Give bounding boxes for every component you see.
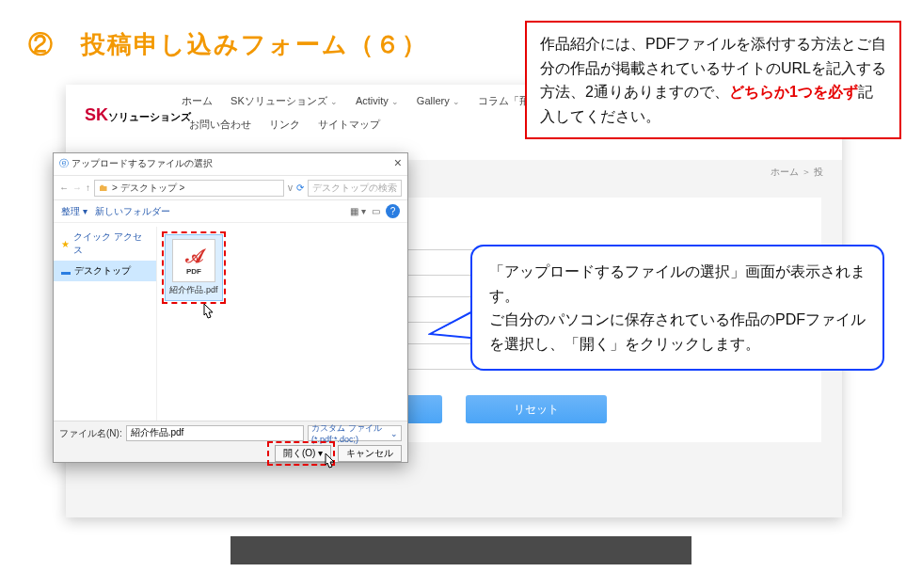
help-icon[interactable]: ? bbox=[386, 204, 400, 218]
preview-icon[interactable]: ▭ bbox=[372, 206, 380, 216]
sidebar-quickaccess[interactable]: ★クイック アクセス bbox=[54, 227, 156, 261]
file-type-select[interactable]: カスタム ファイル (*.pdf;*.doc;)⌄ bbox=[308, 425, 402, 441]
dialog-sidebar: ★クイック アクセス ▬デスクトップ bbox=[54, 227, 157, 421]
folder-icon: 🖿 bbox=[99, 183, 108, 193]
view-icon[interactable]: ▦ ▾ bbox=[350, 206, 366, 216]
pointer-cursor-icon bbox=[318, 452, 341, 478]
refresh-icon[interactable]: ⟳ bbox=[296, 183, 304, 193]
callout-blue: 「アップロードするファイルの選択」画面が表示されます。 ご自分のパソコンに保存さ… bbox=[470, 245, 884, 371]
nav-link[interactable]: リンク bbox=[269, 118, 300, 132]
dialog-footer: ファイル名(N): 紹介作品.pdf カスタム ファイル (*.pdf;*.do… bbox=[54, 421, 407, 462]
nav-gallery[interactable]: Gallery ⌄ bbox=[417, 95, 460, 106]
callout-blue-text: 「アップロードするファイルの選択」画面が表示されます。 ご自分のパソコンに保存さ… bbox=[489, 263, 866, 352]
file-dialog: ⓔ アップロードするファイルの選択 × ← → ↑ 🖿 > デスクトップ > v… bbox=[53, 152, 408, 463]
dialog-addressbar: ← → ↑ 🖿 > デスクトップ > v ⟳ デスクトップの検索 bbox=[54, 176, 407, 200]
desktop-icon: ▬ bbox=[61, 266, 71, 277]
fwd-arrow-icon[interactable]: → bbox=[72, 183, 82, 193]
highlight-border-file bbox=[162, 231, 226, 304]
newfolder-button[interactable]: 新しいフォルダー bbox=[95, 206, 170, 216]
star-icon: ★ bbox=[61, 239, 70, 249]
callout-red: 作品紹介には、PDFファイルを添付する方法とご自分の作品が掲載されているサイトの… bbox=[525, 21, 901, 139]
nav-home[interactable]: ホーム bbox=[182, 94, 213, 108]
dialog-titlebar: ⓔ アップロードするファイルの選択 × bbox=[54, 153, 407, 176]
back-arrow-icon[interactable]: ← bbox=[59, 183, 69, 193]
pointer-cursor-icon bbox=[197, 302, 219, 328]
close-icon[interactable]: × bbox=[394, 155, 402, 170]
nav-activity[interactable]: Activity ⌄ bbox=[356, 95, 399, 106]
breadcrumb: ホーム ＞ 投 bbox=[771, 166, 823, 179]
cancel-button[interactable]: キャンセル bbox=[338, 445, 402, 462]
files-pane[interactable]: 𝒜 PDF 紹介作品.pdf bbox=[157, 227, 407, 421]
nav-sk[interactable]: SKソリューションズ ⌄ bbox=[230, 94, 338, 108]
filename-input[interactable]: 紹介作品.pdf bbox=[126, 425, 304, 441]
up-arrow-icon[interactable]: ↑ bbox=[86, 183, 90, 193]
search-box[interactable]: デスクトップの検索 bbox=[308, 180, 402, 197]
ie-icon: ⓔ bbox=[59, 158, 69, 168]
reset-button[interactable]: リセット bbox=[466, 395, 607, 423]
sidebar-desktop[interactable]: ▬デスクトップ bbox=[54, 261, 156, 281]
organize-menu[interactable]: 整理 bbox=[61, 206, 80, 216]
bottom-strip bbox=[230, 536, 692, 564]
nav-contact[interactable]: お問い合わせ bbox=[189, 118, 251, 132]
filename-label: ファイル名(N): bbox=[59, 427, 122, 440]
nav-sitemap[interactable]: サイトマップ bbox=[318, 118, 380, 132]
page-title: ② 投稿申し込みフォーム（６） bbox=[28, 28, 428, 61]
address-box[interactable]: 🖿 > デスクトップ > bbox=[94, 180, 284, 197]
